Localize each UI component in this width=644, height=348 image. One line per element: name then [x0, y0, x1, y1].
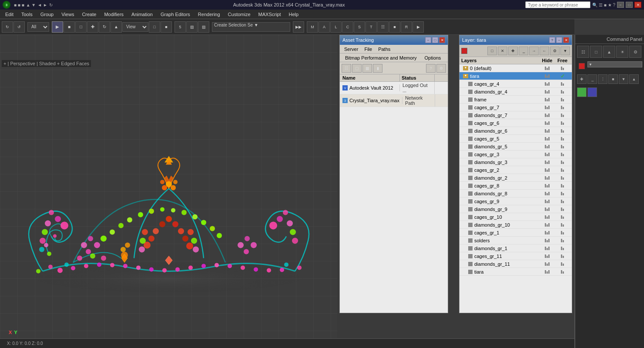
- search-input[interactable]: [525, 1, 590, 8]
- view-dropdown[interactable]: View: [122, 22, 148, 32]
- tb-curve[interactable]: C: [342, 21, 353, 33]
- layer-color-swatch[interactable]: [461, 48, 467, 54]
- cp-icon-4[interactable]: ☀: [616, 46, 628, 58]
- layer-row-5[interactable]: cages_gr_7: [460, 104, 572, 111]
- layer-row-25[interactable]: diamonds_gr_11: [460, 260, 572, 268]
- layer-tb-dropdown[interactable]: ▼: [560, 47, 570, 55]
- scale-button[interactable]: ▲: [111, 21, 122, 33]
- menu-item-animation[interactable]: Animation: [128, 11, 156, 18]
- layer-row-1[interactable]: ▼ tiara ✓: [460, 72, 572, 80]
- layer-row-8[interactable]: diamonds_gr_6: [460, 127, 572, 135]
- layer-row-0[interactable]: ▼ 0 (default): [460, 64, 572, 72]
- cp-icon-1[interactable]: ☷: [577, 46, 589, 58]
- layer-tb-btn-4[interactable]: ⎯: [519, 47, 528, 55]
- asset-submenu-bitmap[interactable]: Bitmap Performance and Memory: [342, 55, 420, 61]
- tb-quick-render[interactable]: ▶: [413, 21, 424, 33]
- redo-button[interactable]: ↺: [13, 21, 25, 33]
- layer-row-17[interactable]: cages_gr_9: [460, 197, 572, 205]
- tb-snap[interactable]: S: [354, 21, 365, 33]
- layer-row-24[interactable]: cages_gr_11: [460, 252, 572, 260]
- cp-icon-12[interactable]: [577, 87, 587, 97]
- layer-row-26[interactable]: tiara: [460, 268, 572, 276]
- layer-row-2[interactable]: cages_gr_4: [460, 80, 572, 88]
- menu-item-rendering[interactable]: Rendering: [195, 11, 224, 18]
- cp-icon-11[interactable]: ▲: [629, 74, 639, 84]
- asset-tb-btn-4[interactable]: ▮: [373, 64, 382, 73]
- tb-mirror[interactable]: M: [307, 21, 318, 33]
- rotate-button[interactable]: ↻: [99, 21, 110, 33]
- layer-row-18[interactable]: diamonds_gr_9: [460, 205, 572, 213]
- select-region-button[interactable]: ■: [64, 21, 75, 33]
- asset-tb-btn-2[interactable]: ▢: [352, 64, 362, 73]
- layer-row-16[interactable]: diamonds_gr_8: [460, 190, 572, 197]
- use-pivot-button[interactable]: □: [149, 21, 160, 33]
- cp-icon-6[interactable]: ✚: [577, 74, 587, 84]
- tb-render[interactable]: R: [401, 21, 412, 33]
- close-button[interactable]: ✕: [634, 2, 641, 8]
- asset-menu-file[interactable]: File: [362, 46, 375, 52]
- named-sets-button[interactable]: ▶▶: [293, 21, 304, 33]
- select-button[interactable]: ▶: [52, 21, 63, 33]
- cp-icon-13[interactable]: [587, 87, 597, 97]
- tb-align[interactable]: A: [319, 21, 330, 33]
- tb-btn-1[interactable]: 5: [174, 21, 186, 33]
- tb-material[interactable]: ■: [389, 21, 400, 33]
- layer-close-button[interactable]: ✕: [563, 37, 569, 43]
- tb-btn-3[interactable]: ▨: [198, 21, 209, 33]
- layer-row-13[interactable]: cages_gr_2: [460, 166, 572, 174]
- layer-tb-btn-3[interactable]: ✚: [508, 47, 518, 55]
- cp-icon-10[interactable]: ▼: [619, 74, 628, 84]
- tb-btn-2[interactable]: ▨: [186, 21, 198, 33]
- layer-help-button[interactable]: ?: [549, 37, 555, 43]
- layer-row-14[interactable]: diamonds_gr_2: [460, 174, 572, 182]
- layer-row-9[interactable]: cages_gr_5: [460, 135, 572, 143]
- layer-row-22[interactable]: solders: [460, 237, 572, 244]
- select-filter-dropdown[interactable]: All: [27, 22, 49, 32]
- move-button[interactable]: ✚: [87, 21, 98, 33]
- asset-tb-help[interactable]: ?: [426, 64, 436, 73]
- tb-track[interactable]: T: [366, 21, 377, 33]
- asset-close-button[interactable]: ✕: [439, 37, 445, 43]
- asset-tb-btn-1[interactable]: ☷: [342, 64, 351, 73]
- menu-item-modifiers[interactable]: Modifiers: [101, 11, 127, 18]
- layer-row-7[interactable]: cages_gr_6: [460, 119, 572, 127]
- layer-row-15[interactable]: cages_gr_8: [460, 182, 572, 190]
- menu-item-group[interactable]: Group: [37, 11, 57, 18]
- cp-dropdown[interactable]: ▼: [587, 61, 642, 67]
- layer-row-10[interactable]: diamonds_gr_5: [460, 143, 572, 151]
- cp-icon-2[interactable]: □: [590, 46, 602, 58]
- layer-row-3[interactable]: diamonds_gr_4: [460, 88, 572, 96]
- cp-icon-9[interactable]: ■: [608, 74, 618, 84]
- asset-row-0[interactable]: V Autodesk Vault 2012 Logged Out ...: [340, 82, 448, 94]
- minimize-button[interactable]: −: [617, 2, 624, 8]
- layer-tb-btn-2[interactable]: ✕: [498, 47, 507, 55]
- tb-layer[interactable]: L: [330, 21, 342, 33]
- asset-submenu-options[interactable]: Options: [421, 55, 444, 61]
- undo-button[interactable]: ↻: [2, 21, 13, 33]
- asset-menu-server[interactable]: Server: [342, 46, 361, 52]
- layer-row-21[interactable]: cages_gr_1: [460, 229, 572, 237]
- asset-tb-settings[interactable]: ⚙: [436, 64, 446, 73]
- layer-row-6[interactable]: diamonds_gr_7: [460, 111, 572, 119]
- window-crossing-button[interactable]: □: [75, 21, 87, 33]
- menu-item-create[interactable]: Create: [78, 11, 100, 18]
- layer-tb-btn-5[interactable]: →: [529, 47, 539, 55]
- asset-tb-btn-3[interactable]: ▦: [362, 64, 372, 73]
- menu-item-views[interactable]: Views: [58, 11, 77, 18]
- menu-item-edit[interactable]: Edit: [2, 11, 17, 18]
- maximize-button[interactable]: □: [626, 2, 633, 8]
- menu-item-customize[interactable]: Customize: [225, 11, 254, 18]
- layer-row-11[interactable]: cages_gr_3: [460, 151, 572, 158]
- asset-minimize-button[interactable]: −: [425, 37, 431, 43]
- layer-row-20[interactable]: diamonds_gr_10: [460, 221, 572, 229]
- tb-schematic[interactable]: ☷: [377, 21, 389, 33]
- layer-row-12[interactable]: diamonds_gr_3: [460, 158, 572, 166]
- menu-item-maxscript[interactable]: MAXScript: [255, 11, 285, 18]
- asset-row-1[interactable]: 3 Crystal_Tiara_vray.max Network Path: [340, 94, 448, 107]
- cp-icon-8[interactable]: ⋮: [598, 74, 607, 84]
- layer-tb-btn-6[interactable]: ←: [540, 47, 549, 55]
- layer-row-4[interactable]: frame: [460, 96, 572, 104]
- menu-item-graph-editors[interactable]: Graph Editors: [157, 11, 194, 18]
- layer-row-19[interactable]: cages_gr_10: [460, 213, 572, 221]
- cp-icon-7[interactable]: ⎯: [587, 74, 597, 84]
